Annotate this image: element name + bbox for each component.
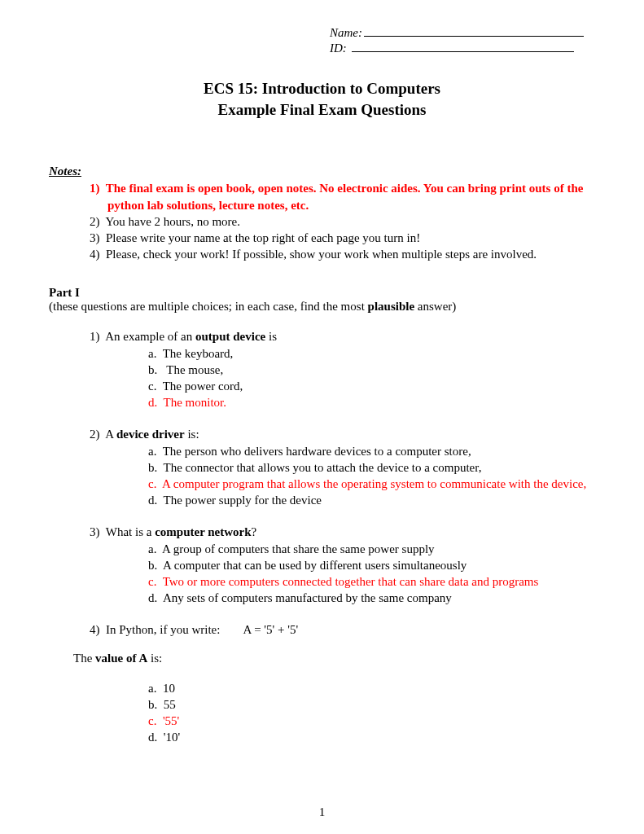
option: c. The power cord,: [148, 378, 595, 394]
note-item: 3) Please write your name at the top rig…: [90, 230, 595, 246]
option: c. '55': [148, 713, 595, 729]
option: d. Any sets of computers manufactured by…: [148, 590, 595, 606]
q4-options: a. 10 b. 55 c. '55' d. '10': [148, 680, 595, 746]
id-label: ID:: [330, 42, 347, 55]
name-blank: [364, 24, 584, 37]
question-2: 2) A device driver is: a. The person who…: [90, 428, 595, 509]
question-4-prompt: 4) In Python, if you write:A = '5' + '5': [90, 623, 595, 637]
q2-options: a. The person who delivers hardware devi…: [148, 443, 595, 509]
option: d. The power supply for the device: [148, 492, 595, 508]
note-item: 4) Please, check your work! If possible,…: [90, 246, 595, 262]
option: c. A computer program that allows the op…: [148, 476, 595, 492]
option: a. The person who delivers hardware devi…: [148, 443, 595, 459]
notes-list: 1) The final exam is open book, open not…: [90, 180, 595, 262]
option: a. The keyboard,: [148, 345, 595, 362]
part1-desc: (these questions are multiple choices; i…: [49, 300, 595, 314]
option: a. A group of computers that share the s…: [148, 541, 595, 557]
part1-header: Part I: [49, 286, 595, 300]
question-3: 3) What is a computer network? a. A grou…: [90, 525, 595, 607]
option: b. The mouse,: [148, 362, 595, 378]
id-blank: [352, 40, 574, 52]
option: a. 10: [148, 680, 595, 696]
note-item: 2) You have 2 hours, no more.: [90, 213, 595, 230]
header-name-id: Name: ID:: [330, 24, 595, 55]
title-block: ECS 15: Introduction to Computers Exampl…: [49, 78, 595, 120]
q2-text: A device driver is:: [105, 428, 199, 441]
option: b. A computer that can be used by differ…: [148, 557, 595, 573]
name-label: Name:: [330, 26, 362, 39]
option: d. '10': [148, 729, 595, 745]
note-item: 1) The final exam is open book, open not…: [90, 180, 595, 213]
question-list: 1) An example of an output device is a. …: [90, 330, 595, 607]
part1-label: Part I: [49, 286, 80, 299]
title-line2: Example Final Exam Questions: [49, 99, 595, 121]
q1-text: An example of an output device is: [105, 330, 277, 343]
q1-options: a. The keyboard, b. The mouse, c. The po…: [148, 345, 595, 411]
page-number: 1: [0, 805, 644, 819]
notes-label: Notes:: [49, 165, 81, 178]
option: b. 55: [148, 696, 595, 713]
question-4-value: The value of A is:: [73, 652, 595, 665]
title-line1: ECS 15: Introduction to Computers: [49, 78, 595, 99]
q3-text: What is a computer network?: [106, 525, 257, 538]
option: d. The monitor.: [148, 394, 595, 410]
q3-options: a. A group of computers that share the s…: [148, 541, 595, 607]
q4-code: A = '5' + '5': [243, 623, 298, 636]
notes-section: Notes: 1) The final exam is open book, o…: [49, 165, 595, 262]
option: b. The connector that allows you to atta…: [148, 459, 595, 476]
option: c. Two or more computers connected toget…: [148, 573, 595, 590]
question-1: 1) An example of an output device is a. …: [90, 330, 595, 411]
